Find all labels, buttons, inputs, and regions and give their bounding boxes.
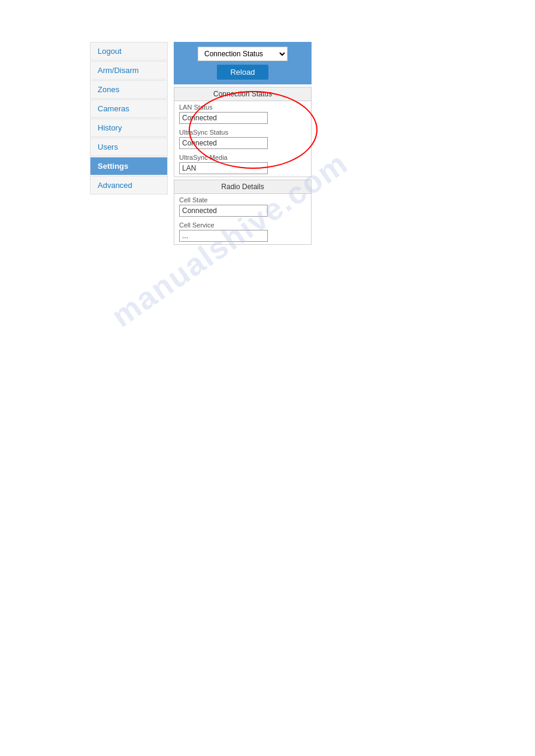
ultrasync-status-label: UltraSync Status [179,129,306,136]
main-content: Connection Status Reload Connection Stat… [174,42,312,247]
connection-status-dropdown[interactable]: Connection Status [198,47,288,61]
sidebar-item-advanced[interactable]: Advanced [90,176,168,195]
sidebar-item-arm-disarm[interactable]: Arm/Disarm [90,61,168,80]
ultrasync-status-row: UltraSync Status [174,126,311,151]
lan-status-row: LAN Status [174,101,311,126]
sidebar-item-users[interactable]: Users [90,138,168,156]
sidebar: Logout Arm/Disarm Zones Cameras History … [90,42,168,247]
cell-service-value [179,230,268,242]
sidebar-item-history[interactable]: History [90,119,168,137]
sidebar-item-cameras[interactable]: Cameras [90,99,168,118]
sidebar-item-settings[interactable]: Settings [90,157,168,175]
ultrasync-media-row: UltraSync Media [174,151,311,177]
top-panel: Connection Status Reload [174,42,312,84]
reload-button[interactable]: Reload [217,65,268,80]
cell-service-label: Cell Service [179,221,306,229]
radio-details-panel: Radio Details Cell State Cell Service [174,180,312,245]
ultrasync-media-label: UltraSync Media [179,154,306,161]
cell-state-value [179,205,268,217]
cell-state-row: Cell State [174,194,311,219]
ultrasync-status-value [179,137,268,149]
sidebar-item-logout[interactable]: Logout [90,42,168,60]
radio-details-title: Radio Details [174,180,311,194]
sidebar-item-zones[interactable]: Zones [90,80,168,99]
cell-state-label: Cell State [179,196,306,204]
ultrasync-media-value [179,162,268,174]
lan-status-label: LAN Status [179,104,306,111]
connection-status-title: Connection Status [174,87,311,101]
cell-service-row: Cell Service [174,219,311,244]
lan-status-value [179,112,268,124]
connection-status-panel: Connection Status LAN Status UltraSync S… [174,87,312,177]
